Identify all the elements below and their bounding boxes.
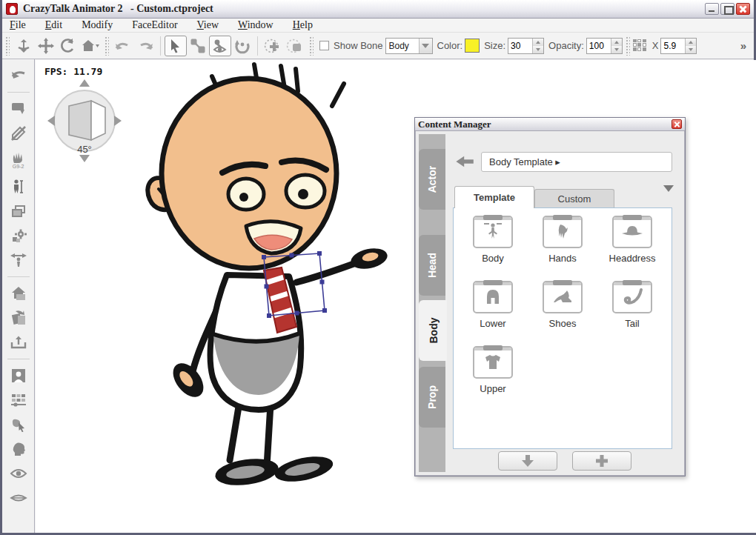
right-arm[interactable] [296,263,356,282]
apply-down-button[interactable] [498,451,557,471]
rotate-view-icon[interactable] [57,36,79,56]
pan-icon[interactable] [35,36,57,56]
upper-icon [483,353,503,372]
tab-head[interactable]: Head [419,235,445,296]
body-icon [483,222,503,242]
add-circle-mask-icon[interactable] [262,36,284,56]
head-icon[interactable] [7,439,30,459]
page-rotate-icon[interactable] [7,308,30,328]
toolbar-overflow-button[interactable]: » [740,39,746,52]
eye-icon[interactable] [7,463,30,484]
redo-icon[interactable] [134,36,156,56]
layers-icon[interactable] [7,201,30,222]
menubar: File Edit Modify FaceEditor View Window … [2,19,754,33]
show-bone-checkbox[interactable] [319,41,329,50]
select-tool-icon[interactable] [165,36,187,56]
category-tabstrip: Actor Head Body Prop [419,134,445,472]
opacity-up-button[interactable] [611,39,622,46]
x-down-button[interactable] [686,46,696,53]
x-label: X [652,40,659,51]
content-manager-titlebar[interactable]: Content Manager [415,118,685,131]
mouth-icon[interactable] [7,488,30,508]
x-input[interactable] [661,39,685,53]
tab-body[interactable]: Body [419,300,447,361]
back-curve-icon[interactable] [7,65,30,86]
actor-scale-icon[interactable] [7,176,30,197]
gear-parts-icon[interactable] [7,225,30,246]
down-arrow-icon [520,454,536,468]
template-item-headdress[interactable]: Headdress [597,216,667,281]
maximize-button[interactable] [720,3,735,15]
bone-target-combobox[interactable]: Body [385,38,433,54]
x-up-button[interactable] [686,39,696,46]
combobox-dropdown-button[interactable] [419,39,432,53]
tab-template[interactable]: Template [454,186,534,208]
titlebar: CrazyTalk Animator 2 - Custom.ctproject [2,0,754,19]
character-figure[interactable] [36,60,421,505]
toolbar-drag-handle[interactable] [105,36,109,56]
rotate-pivot-icon[interactable] [231,36,253,56]
menu-view[interactable]: View [197,19,219,31]
close-button[interactable] [736,3,750,15]
template-item-tail[interactable]: Tail [597,281,667,346]
size-up-button[interactable] [533,39,543,46]
opacity-input[interactable] [587,39,611,53]
menu-faceeditor[interactable]: FaceEditor [132,19,177,31]
lower-icon [483,288,503,307]
home-icon[interactable] [79,36,102,56]
minimize-button[interactable] [705,3,719,15]
headdress-icon [621,223,643,241]
hand-gesture-badge: G9-2 [13,164,24,169]
size-down-button[interactable] [533,46,543,53]
menu-window[interactable]: Window [238,19,273,31]
add-rect-mask-icon[interactable] [284,36,306,56]
opacity-down-button[interactable] [611,46,622,53]
link-bone-icon[interactable] [187,36,209,56]
template-item-upper[interactable]: Upper [458,346,528,411]
undo-icon[interactable] [112,36,134,56]
toolbar-drag-handle[interactable] [5,36,10,56]
chevron-down-icon [422,44,429,48]
template-item-lower[interactable]: Lower [458,281,528,346]
toolbar: Show Bone Body Color: Size: Opacity: X » [2,33,754,59]
grid-slider-icon[interactable] [7,390,30,411]
pencil-off-icon[interactable] [7,123,30,144]
tab-custom[interactable]: Custom [534,189,614,208]
left-pupil [239,193,248,202]
camera-zoom-icon[interactable] [13,36,35,56]
size-spinner[interactable] [508,38,544,54]
color-label: Color: [437,40,463,51]
chevron-down-icon [663,185,674,203]
menu-file[interactable]: File [10,19,26,31]
cursor-pick-icon[interactable] [7,414,30,435]
menu-modify[interactable]: Modify [82,19,113,31]
portrait-icon[interactable] [7,365,30,386]
grid-layout-icon[interactable] [633,39,648,53]
bone-visibility-icon[interactable] [209,36,231,56]
breadcrumb[interactable]: Body Template ▸ [481,152,672,172]
stamp-apply-icon[interactable] [7,99,30,119]
hand-gesture-icon[interactable]: G9-2 [7,147,30,173]
tab-prop[interactable]: Prop [419,367,445,428]
template-item-body[interactable]: Body [458,216,528,281]
tab-actor[interactable]: Actor [419,149,445,210]
template-item-hands[interactable]: Hands [528,216,597,281]
menu-edit[interactable]: Edit [45,19,62,31]
opacity-spinner[interactable] [586,38,623,54]
export-tray-icon[interactable] [7,332,30,353]
content-manager-close-button[interactable] [672,119,682,129]
toolbar-drag-handle[interactable] [626,36,630,56]
view-options-dropdown[interactable] [663,192,674,203]
x-spinner[interactable] [660,38,697,54]
home-drop-icon[interactable] [7,283,30,304]
tail-icon [622,288,643,307]
person-flip-icon[interactable] [7,250,30,270]
color-swatch[interactable] [465,39,480,53]
menu-help[interactable]: Help [293,19,313,31]
template-item-shoes[interactable]: Shoes [528,281,597,346]
window-title: CrazyTalk Animator 2 - Custom.ctproject [23,3,213,15]
back-arrow-button[interactable] [456,155,475,168]
toolbar-drag-handle[interactable] [309,36,314,56]
add-button[interactable] [572,451,631,471]
size-input[interactable] [508,39,532,53]
